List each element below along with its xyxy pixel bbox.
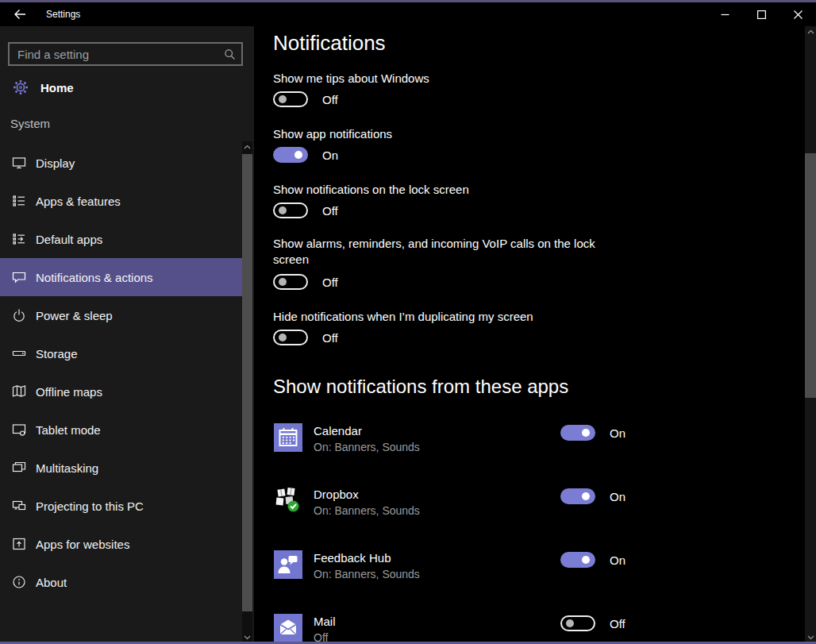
back-arrow-icon bbox=[12, 6, 28, 22]
app-name: Calendar bbox=[314, 424, 362, 438]
app-name: Feedback Hub bbox=[314, 551, 391, 565]
toggle-feedback-hub[interactable] bbox=[560, 552, 595, 568]
toggle-state-label: Off bbox=[322, 204, 338, 218]
scroll-up-icon[interactable] bbox=[805, 29, 816, 34]
setting-hide-duplicating: Off bbox=[273, 330, 338, 345]
calendar-icon bbox=[274, 423, 302, 452]
toggle-state-label: On bbox=[610, 553, 625, 567]
sidebar-item-storage[interactable]: Storage bbox=[0, 334, 242, 372]
sidebar-scrollbar-thumb[interactable] bbox=[242, 154, 252, 611]
sidebar-item-projecting[interactable]: Projecting to this PC bbox=[0, 487, 242, 525]
window-controls bbox=[706, 2, 816, 26]
sidebar-item-label: Storage bbox=[36, 347, 78, 361]
app-name: Mail bbox=[314, 615, 336, 628]
toggle-state-label: Off bbox=[322, 93, 338, 106]
app-row-dropbox: Dropbox On: Banners, Sounds On bbox=[254, 487, 784, 519]
toggle-show-tips[interactable] bbox=[273, 91, 308, 107]
sidebar-item-label: About bbox=[36, 576, 67, 589]
default-apps-icon bbox=[11, 231, 27, 247]
window-top-border bbox=[0, 0, 816, 2]
setting-app-notifications: On bbox=[273, 147, 338, 163]
home-label: Home bbox=[40, 81, 74, 94]
sidebar-item-label: Apps for websites bbox=[36, 538, 129, 551]
toggle-knob bbox=[279, 334, 287, 341]
maximize-button[interactable] bbox=[743, 2, 779, 26]
app-row-calendar: Calendar On: Banners, Sounds On bbox=[254, 423, 784, 455]
sidebar-item-display[interactable]: Display bbox=[0, 144, 242, 182]
page-title: Notifications bbox=[273, 31, 386, 56]
minimize-icon bbox=[721, 10, 729, 19]
maximize-icon bbox=[757, 10, 766, 19]
storage-icon bbox=[11, 345, 27, 361]
window-title: Settings bbox=[46, 2, 80, 26]
notifications-icon bbox=[11, 269, 27, 285]
projecting-icon bbox=[11, 498, 27, 514]
toggle-hide-duplicating[interactable] bbox=[273, 330, 308, 345]
sidebar: Home System Display Apps & features Defa… bbox=[0, 26, 254, 644]
sidebar-item-label: Power & sleep bbox=[36, 309, 113, 322]
app-name: Dropbox bbox=[314, 488, 359, 501]
app-row-feedback-hub: Feedback Hub On: Banners, Sounds On bbox=[254, 550, 784, 582]
back-button[interactable] bbox=[6, 2, 33, 26]
sidebar-item-offline-maps[interactable]: Offline maps bbox=[0, 372, 242, 411]
setting-label-alarms: Show alarms, reminders, and incoming VoI… bbox=[273, 236, 606, 268]
setting-label-lock-screen: Show notifications on the lock screen bbox=[273, 182, 469, 198]
toggle-state-label: Off bbox=[322, 331, 338, 345]
app-status: On: Banners, Sounds bbox=[314, 568, 420, 580]
toggle-knob bbox=[279, 206, 287, 214]
sidebar-item-multitasking[interactable]: Multitasking bbox=[0, 449, 242, 487]
app-toggle-row: Off bbox=[560, 615, 625, 631]
setting-alarms: Off bbox=[273, 274, 338, 290]
sidebar-item-notifications-actions[interactable]: Notifications & actions bbox=[0, 258, 242, 296]
power-icon bbox=[11, 307, 27, 323]
toggle-state-label: On bbox=[322, 148, 338, 162]
app-toggle-row: On bbox=[560, 488, 625, 504]
display-icon bbox=[11, 155, 27, 171]
toggle-knob bbox=[582, 556, 590, 564]
toggle-lock-screen[interactable] bbox=[273, 202, 308, 218]
main-content: Notifications Show me tips about Windows… bbox=[254, 26, 816, 644]
setting-label-app-notifications: Show app notifications bbox=[273, 126, 392, 142]
toggle-state-label: Off bbox=[610, 617, 625, 631]
apps-websites-icon bbox=[11, 536, 27, 552]
sidebar-item-apps-for-websites[interactable]: Apps for websites bbox=[0, 525, 242, 563]
app-status: On: Banners, Sounds bbox=[314, 441, 420, 453]
sidebar-item-power-sleep[interactable]: Power & sleep bbox=[0, 296, 242, 334]
toggle-calendar[interactable] bbox=[560, 425, 595, 441]
sidebar-item-label: Offline maps bbox=[36, 385, 102, 399]
sidebar-item-label: Multitasking bbox=[36, 461, 98, 475]
minimize-button[interactable] bbox=[706, 2, 743, 26]
scroll-down-icon[interactable] bbox=[805, 635, 816, 640]
multitasking-icon bbox=[11, 460, 27, 476]
main-scrollbar-thumb[interactable] bbox=[805, 153, 816, 398]
apps-section-heading: Show notifications from these apps bbox=[273, 376, 568, 398]
sidebar-item-apps-features[interactable]: Apps & features bbox=[0, 182, 242, 220]
toggle-state-label: Off bbox=[322, 276, 338, 289]
offline-maps-icon bbox=[11, 384, 27, 399]
toggle-app-notifications[interactable] bbox=[273, 147, 308, 163]
gear-icon bbox=[11, 78, 30, 97]
sidebar-nav: Display Apps & features Default apps Not… bbox=[0, 144, 242, 601]
close-button[interactable] bbox=[779, 2, 816, 26]
search-input[interactable] bbox=[10, 48, 222, 61]
toggle-dropbox[interactable] bbox=[560, 488, 595, 504]
scroll-down-icon[interactable] bbox=[242, 635, 252, 640]
scroll-up-icon[interactable] bbox=[242, 145, 252, 149]
sidebar-item-label: Apps & features bbox=[36, 195, 121, 208]
mail-icon bbox=[274, 614, 302, 642]
sidebar-item-about[interactable]: About bbox=[0, 563, 242, 601]
setting-show-tips: Off bbox=[273, 91, 338, 107]
toggle-mail[interactable] bbox=[560, 615, 595, 631]
sidebar-item-home[interactable]: Home bbox=[11, 75, 74, 100]
setting-label-show-tips: Show me tips about Windows bbox=[273, 71, 429, 87]
sidebar-scrollbar[interactable] bbox=[242, 141, 252, 644]
titlebar: Settings bbox=[0, 2, 816, 26]
main-scrollbar[interactable] bbox=[805, 26, 816, 644]
sidebar-item-label: Projecting to this PC bbox=[36, 499, 144, 513]
tablet-mode-icon bbox=[11, 422, 27, 438]
about-icon bbox=[11, 574, 27, 590]
toggle-alarms[interactable] bbox=[273, 274, 308, 290]
sidebar-item-default-apps[interactable]: Default apps bbox=[0, 220, 242, 258]
sidebar-item-tablet-mode[interactable]: Tablet mode bbox=[0, 411, 242, 449]
search-box[interactable] bbox=[8, 42, 243, 66]
